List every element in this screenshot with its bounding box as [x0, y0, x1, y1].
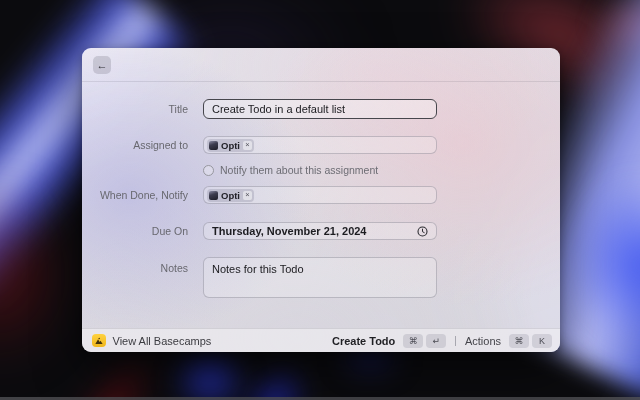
view-all-basecamps-button[interactable]: View All Basecamps	[92, 334, 211, 348]
assigned-to-label: Assigned to	[82, 139, 188, 151]
notify-name: Opti	[221, 190, 240, 201]
assigned-to-row: Assigned to Opti ×	[82, 136, 560, 154]
return-key-icon: ↵	[426, 334, 446, 348]
notify-row: Notify them about this assignment	[82, 164, 560, 176]
when-done-notify-label: When Done, Notify	[82, 189, 188, 201]
notes-label: Notes	[82, 262, 188, 274]
title-input[interactable]: Create Todo in a default list	[203, 99, 437, 119]
bg-red-glow-left	[0, 160, 90, 390]
notify-tag[interactable]: Opti ×	[207, 189, 254, 202]
footer-actions-group: Create Todo ⌘ ↵ | Actions ⌘ K	[332, 334, 552, 348]
back-button[interactable]: ←	[93, 56, 111, 74]
remove-tag-icon[interactable]: ×	[243, 191, 252, 200]
when-done-notify-row: When Done, Notify Opti ×	[82, 186, 560, 204]
title-row: Title Create Todo in a default list	[82, 99, 560, 119]
assignee-name: Opti	[221, 140, 240, 151]
due-on-label: Due On	[82, 225, 188, 237]
assigned-to-input[interactable]: Opti ×	[203, 136, 437, 154]
footer-divider: |	[454, 335, 457, 346]
cmd-key-icon: ⌘	[509, 334, 529, 348]
title-value: Create Todo in a default list	[212, 103, 345, 115]
cmd-key-icon: ⌘	[403, 334, 423, 348]
bg-blue-glow-right	[555, 160, 640, 370]
notify-checkbox-label[interactable]: Notify them about this assignment	[220, 164, 378, 176]
basecamp-logo-icon	[92, 334, 106, 348]
view-all-basecamps-label: View All Basecamps	[113, 335, 212, 347]
create-todo-shortcut: ⌘ ↵	[403, 334, 446, 348]
avatar	[209, 141, 218, 150]
bg-pink-glow-topright	[580, 0, 640, 70]
avatar	[209, 191, 218, 200]
due-on-row: Due On Thursday, November 21, 2024	[82, 222, 560, 240]
action-bar: View All Basecamps Create Todo ⌘ ↵ | Act…	[82, 328, 560, 352]
title-label: Title	[82, 103, 188, 115]
clock-icon[interactable]	[417, 226, 428, 237]
due-on-input[interactable]: Thursday, November 21, 2024	[203, 222, 437, 240]
assignee-tag[interactable]: Opti ×	[207, 139, 254, 152]
actions-button[interactable]: Actions	[465, 335, 501, 347]
header-divider	[82, 81, 560, 82]
remove-tag-icon[interactable]: ×	[243, 141, 252, 150]
notify-checkbox[interactable]	[203, 165, 214, 176]
back-arrow-icon: ←	[97, 59, 108, 71]
create-todo-window: ← Title Create Todo in a default list As…	[82, 48, 560, 352]
create-todo-button[interactable]: Create Todo	[332, 335, 395, 347]
notes-row: Notes Notes for this Todo	[82, 257, 560, 298]
due-on-value: Thursday, November 21, 2024	[212, 225, 366, 237]
actions-shortcut: ⌘ K	[509, 334, 552, 348]
notes-textarea[interactable]: Notes for this Todo	[203, 257, 437, 298]
k-key-icon: K	[532, 334, 552, 348]
when-done-notify-input[interactable]: Opti ×	[203, 186, 437, 204]
notes-value: Notes for this Todo	[212, 263, 304, 275]
